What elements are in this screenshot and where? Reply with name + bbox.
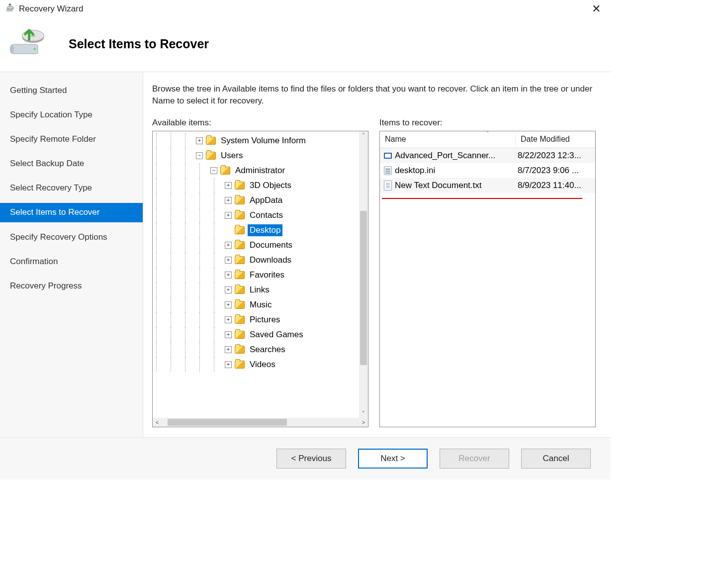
tree-hscrollbar[interactable]: < > bbox=[153, 418, 368, 427]
tree-node-videos[interactable]: +Videos bbox=[153, 357, 359, 372]
scroll-left-arrow[interactable]: < bbox=[153, 418, 162, 427]
svg-rect-2 bbox=[6, 9, 12, 11]
tree-node-documents[interactable]: +Documents bbox=[153, 238, 359, 253]
expand-icon[interactable]: + bbox=[225, 361, 232, 368]
expand-icon[interactable]: + bbox=[196, 137, 203, 144]
collapse-icon[interactable]: − bbox=[210, 167, 217, 174]
collapse-icon[interactable]: − bbox=[196, 152, 203, 159]
file-row[interactable]: New Text Document.txt8/9/2023 11:40... bbox=[380, 178, 595, 193]
cancel-button[interactable]: Cancel bbox=[521, 449, 591, 469]
tree-node-label: Downloads bbox=[248, 254, 293, 266]
sidebar-step-8[interactable]: Recovery Progress bbox=[0, 277, 143, 295]
file-name: desktop.ini bbox=[395, 166, 516, 176]
tree-node-administrator[interactable]: −Administrator bbox=[153, 163, 359, 178]
hscroll-thumb[interactable] bbox=[168, 419, 287, 426]
items-to-recover-box: ˄ Name Date Modified Advanced_Port_Scann… bbox=[379, 131, 596, 427]
folder-icon bbox=[235, 271, 245, 279]
file-date: 8/22/2023 12:3... bbox=[516, 151, 595, 161]
folder-icon bbox=[206, 152, 216, 160]
folder-icon bbox=[235, 331, 245, 339]
previous-button[interactable]: < Previous bbox=[276, 449, 346, 469]
file-name: New Text Document.txt bbox=[395, 181, 516, 190]
file-row[interactable]: Advanced_Port_Scanner...8/22/2023 12:3..… bbox=[380, 148, 595, 163]
svg-point-1 bbox=[7, 6, 13, 9]
tree-node-users[interactable]: −Users bbox=[153, 148, 359, 163]
items-to-recover-panel: Items to recover: ˄ Name Date Modified A… bbox=[379, 118, 596, 427]
ini-file-icon bbox=[384, 166, 392, 175]
scroll-right-arrow[interactable]: > bbox=[359, 418, 368, 427]
tree-node-saved-games[interactable]: +Saved Games bbox=[153, 327, 359, 342]
tree-node-pictures[interactable]: +Pictures bbox=[153, 312, 359, 327]
sidebar-step-3[interactable]: Select Backup Date bbox=[0, 154, 143, 173]
main-panel: Browse the tree in Available items to fi… bbox=[143, 72, 611, 437]
close-button[interactable]: ✕ bbox=[587, 1, 606, 16]
expand-icon[interactable]: + bbox=[225, 197, 232, 204]
instructions-text: Browse the tree in Available items to fi… bbox=[152, 83, 596, 107]
file-name: Advanced_Port_Scanner... bbox=[395, 151, 516, 161]
expand-icon[interactable]: + bbox=[225, 286, 232, 293]
tree-node-contacts[interactable]: +Contacts bbox=[153, 208, 359, 223]
tree-node-label: Documents bbox=[248, 239, 294, 251]
scroll-up-arrow[interactable]: ˄ bbox=[359, 131, 368, 140]
expand-icon[interactable]: + bbox=[225, 346, 232, 353]
sidebar-step-2[interactable]: Specify Remote Folder bbox=[0, 130, 143, 149]
sidebar-step-6[interactable]: Specify Recovery Options bbox=[0, 228, 143, 247]
tree-node-searches[interactable]: +Searches bbox=[153, 342, 359, 357]
tree-node-desktop[interactable]: Desktop bbox=[153, 223, 359, 238]
folder-icon bbox=[235, 316, 245, 324]
file-date: 8/7/2023 9:06 ... bbox=[516, 166, 595, 176]
vscroll-thumb[interactable] bbox=[360, 211, 367, 365]
expand-icon[interactable]: + bbox=[225, 272, 232, 279]
tree-node-label: Links bbox=[248, 284, 272, 296]
folder-icon bbox=[235, 256, 245, 264]
next-button[interactable]: Next > bbox=[358, 449, 428, 469]
column-header-name[interactable]: Name bbox=[380, 131, 516, 148]
tree-node-label: Videos bbox=[248, 359, 277, 371]
expand-icon[interactable]: + bbox=[225, 242, 232, 249]
tree-node-music[interactable]: +Music bbox=[153, 297, 359, 312]
expand-icon[interactable]: + bbox=[225, 316, 232, 323]
wizard-header: Select Items to Recover bbox=[0, 18, 611, 72]
expand-icon[interactable]: + bbox=[225, 331, 232, 338]
expand-icon[interactable]: + bbox=[225, 301, 232, 308]
tree-node-system-volume-inform[interactable]: +System Volume Inform bbox=[153, 133, 359, 148]
file-date: 8/9/2023 11:40... bbox=[516, 181, 595, 190]
expand-icon[interactable]: + bbox=[225, 182, 232, 189]
tree-node-appdata[interactable]: +AppData bbox=[153, 193, 359, 208]
folder-icon bbox=[235, 361, 245, 369]
folder-icon bbox=[235, 241, 245, 249]
sidebar-step-7[interactable]: Confirmation bbox=[0, 252, 143, 271]
tree-node-links[interactable]: +Links bbox=[153, 283, 359, 297]
tree-node-3d-objects[interactable]: +3D Objects bbox=[153, 178, 359, 193]
expand-icon[interactable]: + bbox=[225, 257, 232, 264]
recover-button: Recover bbox=[440, 449, 509, 469]
txt-file-icon bbox=[384, 181, 392, 190]
wizard-steps-sidebar: Getting StartedSpecify Location TypeSpec… bbox=[0, 72, 143, 437]
folder-icon bbox=[220, 167, 230, 175]
no-toggle bbox=[225, 227, 232, 234]
window-title: Recovery Wizard bbox=[19, 4, 583, 14]
file-list-header: ˄ Name Date Modified bbox=[380, 131, 595, 148]
tree-node-label: Users bbox=[219, 150, 245, 162]
tree-vscrollbar[interactable]: ˄ ˅ bbox=[359, 131, 368, 418]
sidebar-step-4[interactable]: Select Recovery Type bbox=[0, 179, 143, 197]
tree-view[interactable]: +System Volume Inform−Users−Administrato… bbox=[153, 131, 359, 418]
items-to-recover-label: Items to recover: bbox=[379, 118, 596, 128]
wizard-large-icon bbox=[8, 28, 49, 60]
sidebar-step-5[interactable]: Select Items to Recover bbox=[0, 203, 143, 222]
sidebar-step-1[interactable]: Specify Location Type bbox=[0, 105, 143, 124]
folder-icon bbox=[235, 182, 245, 190]
file-list[interactable]: Advanced_Port_Scanner...8/22/2023 12:3..… bbox=[380, 148, 595, 193]
column-header-date[interactable]: Date Modified bbox=[516, 131, 595, 148]
tree-node-label: AppData bbox=[248, 194, 284, 206]
expand-icon[interactable]: + bbox=[225, 212, 232, 219]
scroll-down-arrow[interactable]: ˅ bbox=[359, 409, 368, 418]
tree-node-label: 3D Objects bbox=[248, 180, 293, 191]
page-title: Select Items to Recover bbox=[69, 37, 209, 51]
tree-node-label: Searches bbox=[248, 344, 287, 356]
tree-node-downloads[interactable]: +Downloads bbox=[153, 253, 359, 268]
tree-node-favorites[interactable]: +Favorites bbox=[153, 268, 359, 283]
wizard-footer: < Previous Next > Recover Cancel bbox=[0, 437, 611, 479]
sidebar-step-0[interactable]: Getting Started bbox=[0, 81, 143, 100]
file-row[interactable]: desktop.ini8/7/2023 9:06 ... bbox=[380, 163, 595, 178]
